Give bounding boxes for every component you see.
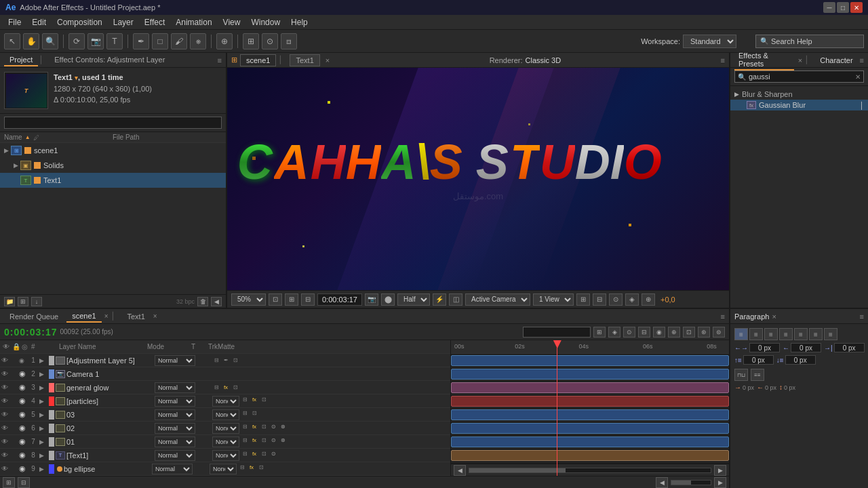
tl-btn-6[interactable]: ⊕ bbox=[668, 327, 680, 338]
tab-timeline-text1[interactable]: Text1 bbox=[122, 311, 151, 322]
layer-expand[interactable]: ▶ bbox=[39, 384, 47, 391]
sw-3[interactable]: ⊡ bbox=[260, 450, 268, 458]
indent-right-input[interactable] bbox=[791, 343, 821, 352]
layer-solo[interactable]: ◉ bbox=[19, 396, 27, 405]
sw-3[interactable]: ⊡ bbox=[260, 423, 268, 431]
list-item[interactable]: ▶ ⊞ scene1 bbox=[0, 143, 226, 158]
sw-4[interactable]: ⊙ bbox=[269, 436, 277, 445]
menu-composition[interactable]: Composition bbox=[52, 16, 108, 28]
track-nav-right[interactable]: ▶ bbox=[714, 465, 726, 476]
tl-btn-9[interactable]: ⊜ bbox=[713, 327, 725, 338]
view-select[interactable]: 1 View bbox=[533, 293, 574, 306]
layer-solo[interactable]: ◉ bbox=[19, 464, 27, 473]
tl-btn-7[interactable]: ⊡ bbox=[683, 327, 695, 338]
layer-expand[interactable]: ▶ bbox=[39, 357, 47, 364]
mode-dropdown[interactable]: Normal bbox=[155, 396, 195, 407]
tab-scene1[interactable]: scene1 bbox=[240, 54, 276, 66]
layer-eye-toggle[interactable]: 👁 bbox=[1, 451, 11, 459]
layer-eye-toggle[interactable]: 👁 bbox=[1, 384, 11, 391]
sw-1[interactable]: ⊟ bbox=[241, 396, 249, 404]
paint-tool[interactable]: 🖌 bbox=[171, 33, 187, 49]
tl-bottom-btn-1[interactable]: ⊞ bbox=[3, 477, 15, 488]
space-before-input[interactable] bbox=[743, 355, 774, 365]
sw-fx[interactable]: fx bbox=[250, 396, 258, 404]
layer-eye-toggle[interactable]: 👁 bbox=[1, 465, 11, 472]
snapshot-btn[interactable]: 📷 bbox=[365, 293, 378, 306]
tab-render-queue[interactable]: Render Queue bbox=[4, 311, 64, 322]
tab-effects-presets[interactable]: Effects & Presets bbox=[734, 50, 794, 70]
trkmatte-dropdown[interactable]: None bbox=[210, 464, 237, 474]
list-item[interactable]: ▶ ▣ Solids bbox=[0, 158, 226, 173]
trkmatte-dropdown[interactable]: None bbox=[212, 423, 239, 434]
workspace-select[interactable]: Standard bbox=[683, 35, 736, 48]
menu-edit[interactable]: Edit bbox=[26, 16, 52, 28]
layer-scrollbar-thumb[interactable] bbox=[671, 481, 691, 485]
align-justify-left-btn[interactable]: ≡ bbox=[794, 328, 808, 340]
panel-menu-icon[interactable]: ≡ bbox=[218, 56, 222, 64]
layer-solo[interactable]: ◉ bbox=[19, 437, 27, 446]
align-center-btn[interactable]: ≡ bbox=[749, 328, 763, 340]
track-scrollbar[interactable] bbox=[469, 468, 711, 473]
sw-3[interactable]: ⊡ bbox=[231, 384, 239, 392]
trkmatte-dropdown[interactable]: None bbox=[212, 396, 239, 407]
layer-solo[interactable]: ◉ bbox=[19, 383, 27, 392]
align-justify-btn[interactable]: ≡ bbox=[779, 328, 793, 340]
mode-dropdown[interactable]: Normal bbox=[155, 382, 195, 393]
comp-close-icon[interactable]: × bbox=[326, 56, 330, 64]
tab-effect-controls[interactable]: Effect Controls: Adjustment Layer bbox=[49, 54, 170, 66]
grid-btn[interactable]: ⊞ bbox=[285, 293, 298, 306]
align-left-btn[interactable]: ≡ bbox=[734, 328, 748, 340]
sw-4[interactable]: ⊙ bbox=[269, 423, 277, 431]
sw-3[interactable]: ⊡ bbox=[231, 357, 239, 365]
layer-eye-toggle[interactable]: 👁 bbox=[1, 397, 11, 405]
effects-close[interactable]: × bbox=[798, 56, 802, 64]
transparency-btn[interactable]: ◫ bbox=[449, 293, 462, 306]
mode-dropdown[interactable]: Normal bbox=[155, 436, 195, 447]
grid-overlay-btn[interactable]: ⊞ bbox=[576, 293, 590, 306]
layer-expand[interactable]: ▶ bbox=[39, 439, 47, 445]
layer-row[interactable]: 👁 ◉ 9 ▶ bg ellipse Normal None bbox=[0, 462, 450, 476]
sw-fx[interactable]: fx bbox=[250, 436, 258, 445]
snap-btn[interactable]: ⊡ bbox=[269, 293, 282, 306]
layer-expand[interactable]: ▶ bbox=[39, 425, 47, 432]
new-folder-btn[interactable]: 📁 bbox=[4, 297, 15, 306]
tab-close-scene1[interactable]: × bbox=[104, 312, 108, 320]
para-extra-btn-1[interactable]: ⊓⊔ bbox=[734, 369, 748, 381]
sw-1[interactable]: ⊟ bbox=[241, 436, 249, 445]
3d-toggle[interactable]: ⧈ bbox=[281, 33, 297, 49]
render-btn[interactable]: ⊕ bbox=[642, 293, 655, 306]
mode-dropdown[interactable]: Normal bbox=[155, 355, 195, 366]
layer-eye-toggle[interactable]: 👁 bbox=[1, 370, 11, 378]
layer-row[interactable]: 👁 ◉ 2 ▶ 📷 Camera 1 bbox=[0, 367, 450, 381]
layer-eye-toggle[interactable]: 👁 bbox=[1, 438, 11, 445]
new-comp-btn[interactable]: ⊞ bbox=[18, 297, 28, 306]
zoom-select[interactable]: 50% bbox=[231, 293, 266, 306]
layer-row[interactable]: 👁 ◉ 5 ▶ 03 Normal None bbox=[0, 408, 450, 422]
selection-tool[interactable]: ↖ bbox=[4, 33, 20, 49]
sw-fx[interactable]: fx bbox=[222, 384, 230, 392]
sw-2[interactable]: ✒ bbox=[222, 357, 230, 365]
sw-1[interactable]: ⊟ bbox=[241, 423, 249, 431]
layer-solo[interactable]: ◉ bbox=[19, 369, 27, 378]
back-btn[interactable]: ◀ bbox=[211, 297, 222, 306]
layer-eye-toggle[interactable]: 👁 bbox=[1, 357, 11, 364]
close-button[interactable]: ✕ bbox=[850, 2, 863, 13]
layer-row[interactable]: 👁 ◉ 1 ▶ [Adjustment Layer 5] Normal bbox=[0, 354, 450, 367]
tl-bottom-btn-2[interactable]: ⊟ bbox=[18, 477, 30, 488]
mask-path-btn[interactable]: ⊙ bbox=[609, 293, 623, 306]
maximize-button[interactable]: □ bbox=[837, 2, 849, 13]
tab-close-text1[interactable]: × bbox=[153, 312, 157, 320]
timeline-search-input[interactable] bbox=[523, 327, 591, 338]
layer-expand[interactable]: ▶ bbox=[39, 466, 47, 472]
effects-category-blur[interactable]: ▶ Blur & Sharpen bbox=[730, 89, 868, 100]
layer-row[interactable]: 👁 ◉ 4 ▶ [particles] Normal None bbox=[0, 394, 450, 408]
playhead[interactable] bbox=[557, 340, 557, 476]
sw-1[interactable]: ⊟ bbox=[238, 464, 246, 472]
comp-panel-menu[interactable]: ≡ bbox=[721, 56, 725, 64]
trkmatte-dropdown[interactable]: None bbox=[212, 409, 239, 420]
tl-btn-8[interactable]: ⊛ bbox=[698, 327, 710, 338]
menu-animation[interactable]: Animation bbox=[170, 16, 217, 28]
layer-expand[interactable]: ▶ bbox=[39, 411, 47, 418]
paragraph-close[interactable]: × bbox=[772, 312, 776, 321]
layer-row[interactable]: 👁 ◉ 7 ▶ 01 Normal None bbox=[0, 435, 450, 449]
